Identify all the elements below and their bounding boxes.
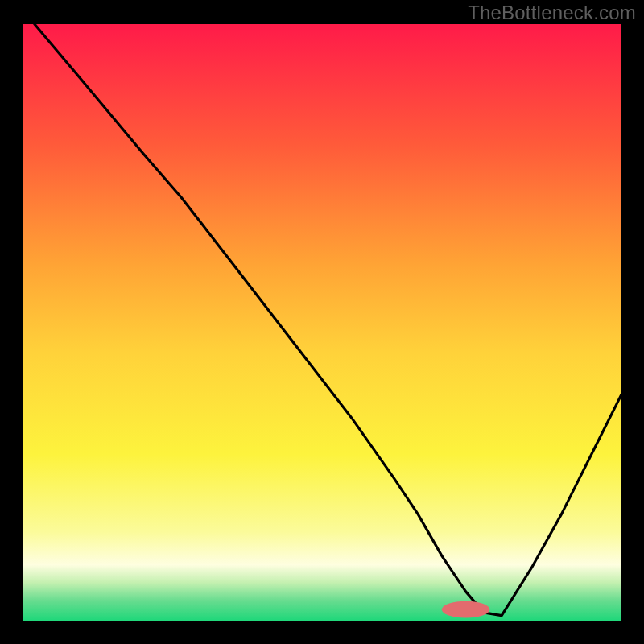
chart-frame: TheBottleneck.com	[0, 0, 644, 644]
watermark-text: TheBottleneck.com	[468, 2, 636, 24]
bottleneck-chart	[23, 24, 621, 621]
plot-background	[23, 24, 621, 621]
optimal-marker	[442, 601, 490, 618]
